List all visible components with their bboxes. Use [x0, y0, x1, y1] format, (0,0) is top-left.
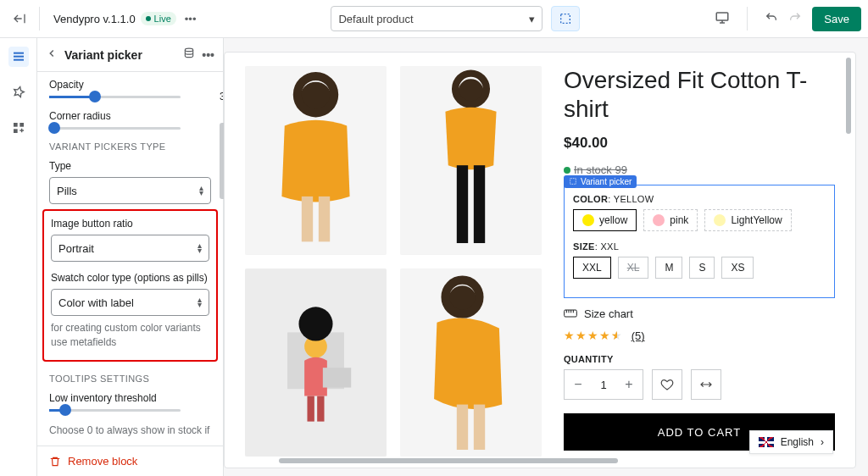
- chevron-down-icon: ▾: [529, 13, 535, 25]
- gallery-image[interactable]: [245, 268, 387, 457]
- size-option[interactable]: S: [689, 257, 715, 279]
- svg-rect-29: [457, 404, 468, 449]
- preview-vertical-scrollbar[interactable]: [843, 56, 854, 464]
- exit-icon[interactable]: [7, 12, 32, 25]
- redo-icon[interactable]: [788, 11, 802, 27]
- flag-uk-icon: [759, 437, 774, 447]
- size-chart-link[interactable]: Size chart: [564, 307, 835, 320]
- svg-rect-24: [298, 307, 332, 340]
- section-variant-pickers-type: VARIANT PICKERS TYPE: [49, 141, 211, 152]
- left-rail: [0, 38, 37, 476]
- sidebar-header: Variant picker •••: [37, 38, 223, 72]
- opacity-value: 35%: [220, 91, 223, 102]
- apps-icon[interactable]: [8, 118, 29, 138]
- sidebar-more-icon[interactable]: •••: [202, 48, 214, 62]
- low-inventory-slider[interactable]: [49, 409, 181, 412]
- svg-point-8: [186, 48, 193, 52]
- svg-rect-30: [474, 404, 485, 449]
- color-option-pink[interactable]: pink: [643, 209, 698, 231]
- live-badge: Live: [141, 12, 176, 25]
- highlighted-settings-frame: Image button ratio Portrait▴▾ Swatch col…: [42, 209, 218, 362]
- back-icon[interactable]: [46, 47, 58, 62]
- size-option[interactable]: M: [655, 257, 682, 279]
- svg-rect-22: [307, 396, 314, 421]
- svg-rect-25: [323, 368, 351, 387]
- size-label: SIZE: XXL: [573, 241, 826, 252]
- quantity-label: QUANTITY: [564, 354, 835, 364]
- preview-frame: Oversized Fit Cotton T-shirt $40.00 In s…: [224, 52, 856, 468]
- language-switcher[interactable]: English ›: [749, 430, 833, 454]
- size-option[interactable]: XS: [721, 257, 754, 279]
- select-caret-icon: ▴▾: [198, 297, 202, 307]
- chevron-right-icon: ›: [821, 436, 824, 448]
- ruler-icon: [564, 307, 577, 320]
- svg-rect-1: [717, 13, 729, 20]
- svg-rect-5: [14, 123, 18, 127]
- color-label: COLOR: YELLOW: [573, 194, 826, 204]
- compare-button[interactable]: [691, 369, 721, 400]
- preview-area: Oversized Fit Cotton T-shirt $40.00 In s…: [224, 38, 868, 476]
- opacity-label: Opacity: [49, 79, 211, 91]
- opacity-slider[interactable]: [49, 96, 181, 98]
- size-options: XXL XL M S XS: [573, 257, 826, 279]
- svg-rect-18: [474, 165, 485, 243]
- product-rating[interactable]: ★★★★★ (5): [564, 329, 835, 342]
- low-inventory-help: Choose 0 to always show in stock if: [49, 423, 211, 438]
- quantity-value: 1: [592, 379, 615, 391]
- select-caret-icon: ▴▾: [198, 243, 202, 253]
- svg-rect-4: [14, 59, 24, 61]
- svg-rect-31: [570, 179, 576, 185]
- corner-radius-slider[interactable]: [49, 127, 181, 130]
- quantity-stepper: − 1 +: [564, 369, 643, 400]
- gallery-image[interactable]: [400, 268, 542, 457]
- swatch-color-type-select[interactable]: Color with label▴▾: [51, 289, 209, 316]
- color-option-lightyellow[interactable]: LightYellow: [704, 209, 791, 231]
- wishlist-button[interactable]: [652, 369, 682, 400]
- svg-rect-3: [14, 56, 24, 58]
- svg-rect-6: [19, 123, 24, 127]
- quantity-increase-button[interactable]: +: [615, 370, 643, 399]
- gallery-image[interactable]: [245, 66, 387, 255]
- inspector-toggle-icon[interactable]: [551, 6, 580, 31]
- gallery-image[interactable]: [400, 66, 542, 255]
- styles-icon[interactable]: [8, 82, 29, 102]
- select-caret-icon: ▴▾: [199, 185, 203, 196]
- variant-picker-badge: Variant picker: [564, 175, 637, 188]
- svg-rect-13: [319, 196, 330, 241]
- svg-rect-23: [317, 396, 324, 421]
- corner-radius-label: Corner radius: [49, 110, 211, 122]
- sections-icon[interactable]: [8, 47, 29, 67]
- product-title: Oversized Fit Cotton T-shirt: [564, 66, 835, 123]
- top-bar: Vendypro v.1.1.0 Live ••• Default produc…: [0, 0, 868, 38]
- svg-rect-2: [14, 53, 24, 54]
- svg-rect-17: [457, 165, 468, 243]
- sidebar-title: Variant picker: [64, 48, 176, 62]
- remove-block-button[interactable]: Remove block: [49, 455, 211, 468]
- svg-rect-7: [14, 129, 18, 133]
- theme-actions-icon[interactable]: •••: [185, 13, 197, 25]
- database-icon[interactable]: [183, 47, 195, 62]
- image-button-ratio-select[interactable]: Portrait▴▾: [51, 235, 209, 262]
- product-select[interactable]: Default product ▾: [331, 6, 542, 31]
- preview-horizontal-scrollbar[interactable]: [228, 456, 840, 466]
- star-icons: ★★★★★: [564, 329, 623, 342]
- product-gallery: [245, 66, 542, 457]
- theme-name: Vendypro v.1.1.0: [53, 13, 136, 25]
- settings-sidebar: Variant picker ••• Opacity 35% Corner ra…: [37, 38, 224, 476]
- quantity-decrease-button[interactable]: −: [565, 370, 592, 399]
- svg-rect-0: [561, 14, 570, 24]
- color-option-yellow[interactable]: yellow: [573, 209, 637, 231]
- swatch-help-text: for creating custom color variants use m…: [51, 321, 209, 350]
- low-inventory-label: Low inventory threshold: [49, 392, 211, 404]
- color-options: yellow pink LightYellow: [573, 209, 826, 231]
- size-option[interactable]: XL: [618, 257, 649, 279]
- desktop-view-icon[interactable]: [715, 10, 730, 28]
- review-count: (5): [632, 329, 645, 342]
- type-select[interactable]: Pills▴▾: [49, 177, 211, 204]
- section-tooltips-settings: TOOLTIPS SETTINGS: [49, 374, 211, 384]
- image-button-ratio-label: Image button ratio: [51, 218, 209, 230]
- size-option[interactable]: XXL: [573, 257, 611, 279]
- save-button[interactable]: Save: [812, 7, 861, 31]
- undo-icon[interactable]: [765, 11, 778, 27]
- stock-status: In stock 99: [564, 163, 627, 176]
